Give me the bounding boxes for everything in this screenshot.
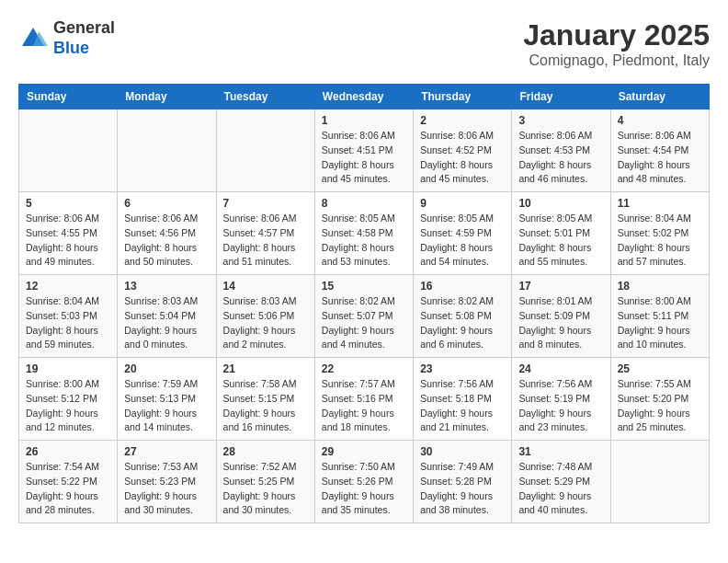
- calendar-row: 19Sunrise: 8:00 AM Sunset: 5:12 PM Dayli…: [19, 358, 710, 441]
- calendar-cell: [610, 441, 709, 523]
- calendar-cell: 14Sunrise: 8:03 AM Sunset: 5:06 PM Dayli…: [216, 275, 314, 358]
- day-number: 20: [124, 362, 209, 375]
- day-number: 16: [420, 280, 505, 293]
- day-info: Sunrise: 8:06 AM Sunset: 4:51 PM Dayligh…: [322, 129, 406, 187]
- day-info: Sunrise: 8:06 AM Sunset: 4:52 PM Dayligh…: [420, 129, 505, 187]
- calendar-cell: 10Sunrise: 8:05 AM Sunset: 5:01 PM Dayli…: [512, 192, 610, 275]
- day-number: 23: [420, 362, 505, 375]
- weekday-header: Tuesday: [216, 85, 314, 109]
- day-number: 22: [322, 362, 406, 375]
- day-number: 2: [420, 114, 505, 127]
- day-info: Sunrise: 8:00 AM Sunset: 5:11 PM Dayligh…: [618, 294, 702, 352]
- day-number: 21: [223, 362, 308, 375]
- logo-text: General Blue: [53, 18, 115, 58]
- day-number: 12: [26, 280, 110, 293]
- day-info: Sunrise: 8:05 AM Sunset: 5:01 PM Dayligh…: [518, 212, 603, 270]
- calendar-cell: 28Sunrise: 7:52 AM Sunset: 5:25 PM Dayli…: [216, 441, 314, 523]
- day-info: Sunrise: 7:54 AM Sunset: 5:22 PM Dayligh…: [26, 460, 110, 518]
- calendar-cell: 6Sunrise: 8:06 AM Sunset: 4:56 PM Daylig…: [118, 192, 216, 275]
- calendar-cell: 1Sunrise: 8:06 AM Sunset: 4:51 PM Daylig…: [314, 109, 413, 192]
- day-info: Sunrise: 8:06 AM Sunset: 4:56 PM Dayligh…: [124, 212, 209, 270]
- day-info: Sunrise: 7:49 AM Sunset: 5:28 PM Dayligh…: [420, 460, 505, 518]
- day-info: Sunrise: 8:06 AM Sunset: 4:57 PM Dayligh…: [223, 212, 308, 270]
- day-info: Sunrise: 8:06 AM Sunset: 4:55 PM Dayligh…: [26, 212, 110, 270]
- calendar-row: 5Sunrise: 8:06 AM Sunset: 4:55 PM Daylig…: [19, 192, 710, 275]
- logo-general: General: [53, 18, 115, 37]
- day-info: Sunrise: 7:58 AM Sunset: 5:15 PM Dayligh…: [223, 377, 308, 435]
- calendar-cell: 23Sunrise: 7:56 AM Sunset: 5:18 PM Dayli…: [414, 358, 512, 441]
- day-info: Sunrise: 7:55 AM Sunset: 5:20 PM Dayligh…: [618, 377, 702, 435]
- day-info: Sunrise: 8:00 AM Sunset: 5:12 PM Dayligh…: [26, 377, 110, 435]
- calendar-cell: 20Sunrise: 7:59 AM Sunset: 5:13 PM Dayli…: [118, 358, 216, 441]
- calendar-row: 26Sunrise: 7:54 AM Sunset: 5:22 PM Dayli…: [19, 441, 710, 523]
- calendar-cell: 30Sunrise: 7:49 AM Sunset: 5:28 PM Dayli…: [414, 441, 512, 523]
- header-row: SundayMondayTuesdayWednesdayThursdayFrid…: [19, 85, 710, 109]
- day-info: Sunrise: 7:59 AM Sunset: 5:13 PM Dayligh…: [124, 377, 209, 435]
- weekday-header: Sunday: [19, 85, 118, 109]
- day-number: 11: [618, 197, 702, 210]
- logo-icon: [18, 24, 48, 53]
- day-info: Sunrise: 8:01 AM Sunset: 5:09 PM Dayligh…: [518, 294, 603, 352]
- logo: General Blue: [18, 18, 115, 58]
- calendar-cell: [118, 109, 216, 192]
- calendar-cell: 18Sunrise: 8:00 AM Sunset: 5:11 PM Dayli…: [610, 275, 709, 358]
- day-number: 13: [124, 280, 209, 293]
- day-number: 3: [518, 114, 603, 127]
- day-number: 10: [518, 197, 603, 210]
- day-info: Sunrise: 8:05 AM Sunset: 4:58 PM Dayligh…: [322, 212, 406, 270]
- day-number: 9: [420, 197, 505, 210]
- title-area: January 2025 Comignago, Piedmont, Italy: [523, 18, 710, 69]
- day-info: Sunrise: 8:06 AM Sunset: 4:53 PM Dayligh…: [518, 129, 603, 187]
- calendar-cell: 5Sunrise: 8:06 AM Sunset: 4:55 PM Daylig…: [19, 192, 118, 275]
- day-number: 4: [618, 114, 702, 127]
- calendar-cell: 7Sunrise: 8:06 AM Sunset: 4:57 PM Daylig…: [216, 192, 314, 275]
- day-number: 24: [518, 362, 603, 375]
- calendar-row: 1Sunrise: 8:06 AM Sunset: 4:51 PM Daylig…: [19, 109, 710, 192]
- calendar-cell: 2Sunrise: 8:06 AM Sunset: 4:52 PM Daylig…: [414, 109, 512, 192]
- page-header: General Blue January 2025 Comignago, Pie…: [18, 18, 710, 69]
- day-number: 30: [420, 445, 505, 458]
- day-info: Sunrise: 8:06 AM Sunset: 4:54 PM Dayligh…: [618, 129, 702, 187]
- day-info: Sunrise: 8:02 AM Sunset: 5:08 PM Dayligh…: [420, 294, 505, 352]
- day-number: 1: [322, 114, 406, 127]
- day-info: Sunrise: 8:03 AM Sunset: 5:04 PM Dayligh…: [124, 294, 209, 352]
- calendar-cell: 19Sunrise: 8:00 AM Sunset: 5:12 PM Dayli…: [19, 358, 118, 441]
- calendar-cell: 22Sunrise: 7:57 AM Sunset: 5:16 PM Dayli…: [314, 358, 413, 441]
- weekday-header: Friday: [512, 85, 610, 109]
- calendar-cell: 11Sunrise: 8:04 AM Sunset: 5:02 PM Dayli…: [610, 192, 709, 275]
- weekday-header: Saturday: [610, 85, 709, 109]
- day-number: 17: [518, 280, 603, 293]
- calendar-cell: 9Sunrise: 8:05 AM Sunset: 4:59 PM Daylig…: [414, 192, 512, 275]
- day-number: 28: [223, 445, 308, 458]
- day-info: Sunrise: 8:05 AM Sunset: 4:59 PM Dayligh…: [420, 212, 505, 270]
- day-number: 5: [26, 197, 110, 210]
- location: Comignago, Piedmont, Italy: [523, 52, 710, 69]
- calendar-cell: [19, 109, 118, 192]
- day-info: Sunrise: 7:48 AM Sunset: 5:29 PM Dayligh…: [518, 460, 603, 518]
- calendar-cell: 15Sunrise: 8:02 AM Sunset: 5:07 PM Dayli…: [314, 275, 413, 358]
- calendar-cell: 8Sunrise: 8:05 AM Sunset: 4:58 PM Daylig…: [314, 192, 413, 275]
- calendar-row: 12Sunrise: 8:04 AM Sunset: 5:03 PM Dayli…: [19, 275, 710, 358]
- calendar-cell: 25Sunrise: 7:55 AM Sunset: 5:20 PM Dayli…: [610, 358, 709, 441]
- weekday-header: Thursday: [414, 85, 512, 109]
- calendar-cell: 3Sunrise: 8:06 AM Sunset: 4:53 PM Daylig…: [512, 109, 610, 192]
- day-number: 29: [322, 445, 406, 458]
- calendar-cell: 27Sunrise: 7:53 AM Sunset: 5:23 PM Dayli…: [118, 441, 216, 523]
- calendar-cell: 16Sunrise: 8:02 AM Sunset: 5:08 PM Dayli…: [414, 275, 512, 358]
- calendar-cell: 4Sunrise: 8:06 AM Sunset: 4:54 PM Daylig…: [610, 109, 709, 192]
- calendar-cell: 26Sunrise: 7:54 AM Sunset: 5:22 PM Dayli…: [19, 441, 118, 523]
- day-number: 19: [26, 362, 110, 375]
- day-number: 15: [322, 280, 406, 293]
- weekday-header: Wednesday: [314, 85, 413, 109]
- calendar-cell: 31Sunrise: 7:48 AM Sunset: 5:29 PM Dayli…: [512, 441, 610, 523]
- day-number: 14: [223, 280, 308, 293]
- calendar-cell: [216, 109, 314, 192]
- month-title: January 2025: [523, 18, 710, 52]
- calendar-cell: 12Sunrise: 8:04 AM Sunset: 5:03 PM Dayli…: [19, 275, 118, 358]
- day-number: 27: [124, 445, 209, 458]
- day-info: Sunrise: 7:52 AM Sunset: 5:25 PM Dayligh…: [223, 460, 308, 518]
- calendar-table: SundayMondayTuesdayWednesdayThursdayFrid…: [18, 84, 710, 523]
- day-number: 8: [322, 197, 406, 210]
- day-info: Sunrise: 7:56 AM Sunset: 5:18 PM Dayligh…: [420, 377, 505, 435]
- day-info: Sunrise: 8:04 AM Sunset: 5:03 PM Dayligh…: [26, 294, 110, 352]
